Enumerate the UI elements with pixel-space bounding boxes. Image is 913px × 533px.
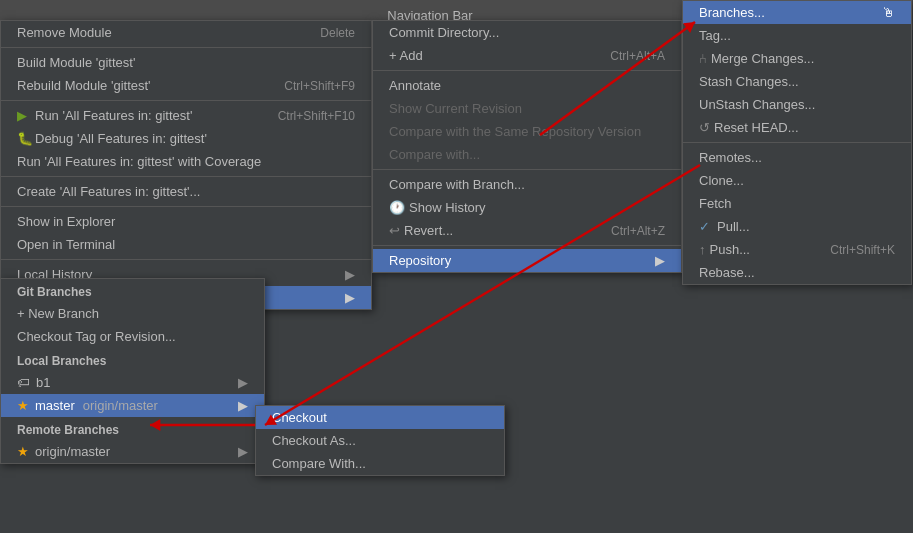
unstash-changes-label: UnStash Changes...: [699, 97, 815, 112]
fetch-label: Fetch: [699, 196, 732, 211]
revert-icon: ↩: [389, 223, 400, 238]
run-coverage-label: Run 'All Features in: gittest' with Cove…: [17, 154, 261, 169]
remove-module-item[interactable]: Remove Module Delete: [1, 21, 371, 44]
clone-item[interactable]: Clone...: [683, 169, 911, 192]
divider-4: [1, 206, 371, 207]
compare-same-item[interactable]: Compare with the Same Repository Version: [373, 120, 681, 143]
stash-changes-item[interactable]: Stash Changes...: [683, 70, 911, 93]
build-module-label: Build Module 'gittest': [17, 55, 135, 70]
run-all-label: Run 'All Features in: gittest': [35, 108, 192, 123]
create-all-item[interactable]: Create 'All Features in: gittest'...: [1, 180, 371, 203]
branch-master-label: master: [35, 398, 75, 413]
add-item[interactable]: + Add Ctrl+Alt+A: [373, 44, 681, 67]
revert-label: Revert...: [404, 223, 453, 238]
show-history-label: Show History: [409, 200, 486, 215]
fetch-item[interactable]: Fetch: [683, 192, 911, 215]
repo-divider-1: [683, 142, 911, 143]
show-history-item[interactable]: 🕐 Show History: [373, 196, 681, 219]
git-divider-3: [373, 245, 681, 246]
push-label: Push...: [710, 242, 750, 257]
checkout-item[interactable]: Checkout: [256, 406, 504, 429]
compare-branch-label: Compare with Branch...: [389, 177, 525, 192]
run-coverage-item[interactable]: Run 'All Features in: gittest' with Cove…: [1, 150, 371, 173]
compare-with-branch-label: Compare With...: [272, 456, 366, 471]
tag-item[interactable]: Tag...: [683, 24, 911, 47]
rebuild-shortcut: Ctrl+Shift+F9: [284, 79, 355, 93]
divider-5: [1, 259, 371, 260]
branches-item[interactable]: Branches... 🖱: [683, 1, 911, 24]
show-current-revision-label: Show Current Revision: [389, 101, 522, 116]
check-icon: ✓: [699, 219, 713, 234]
push-shortcut: Ctrl+Shift+K: [830, 243, 895, 257]
add-label: + Add: [389, 48, 423, 63]
annotate-label: Annotate: [389, 78, 441, 93]
commit-dir-item[interactable]: Commit Directory...: [373, 21, 681, 44]
run-shortcut: Ctrl+Shift+F10: [278, 109, 355, 123]
divider-2: [1, 100, 371, 101]
debug-all-label: Debug 'All Features in: gittest': [35, 131, 207, 146]
local-branches-header: Local Branches: [1, 348, 264, 371]
compare-branch-item[interactable]: Compare with Branch...: [373, 173, 681, 196]
open-in-terminal-item[interactable]: Open in Terminal: [1, 233, 371, 256]
repository-item[interactable]: Repository ▶: [373, 249, 681, 272]
pull-item[interactable]: ✓ Pull...: [683, 215, 911, 238]
star-icon: ★: [17, 398, 29, 413]
new-branch-item[interactable]: + New Branch: [1, 302, 264, 325]
origin-master-branch-label: origin/master: [35, 444, 110, 459]
master-arrow: ▶: [238, 398, 248, 413]
run-all-item[interactable]: ▶ Run 'All Features in: gittest' Ctrl+Sh…: [1, 104, 371, 127]
reset-head-label: Reset HEAD...: [714, 120, 799, 135]
compare-with-label: Compare with...: [389, 147, 480, 162]
commit-dir-label: Commit Directory...: [389, 25, 499, 40]
origin-master-item[interactable]: ★ origin/master ▶: [1, 440, 264, 463]
branch-b1-label: b1: [36, 375, 50, 390]
origin-master-arrow: ▶: [238, 444, 248, 459]
git-divider-1: [373, 70, 681, 71]
project-context-menu: Remove Module Delete Build Module 'gitte…: [0, 20, 372, 310]
repository-submenu: Branches... 🖱 Tag... ⑃ Merge Changes... …: [682, 0, 912, 285]
compare-with-item[interactable]: Compare with...: [373, 143, 681, 166]
rebuild-module-label: Rebuild Module 'gittest': [17, 78, 151, 93]
origin-star-icon: ★: [17, 444, 29, 459]
checkout-tag-item[interactable]: Checkout Tag or Revision...: [1, 325, 264, 348]
remotes-label: Remotes...: [699, 150, 762, 165]
git-submenu: Commit Directory... + Add Ctrl+Alt+A Ann…: [372, 20, 682, 273]
remove-module-label: Remove Module: [17, 25, 112, 40]
create-all-label: Create 'All Features in: gittest'...: [17, 184, 200, 199]
checkout-as-item[interactable]: Checkout As...: [256, 429, 504, 452]
stash-changes-label: Stash Changes...: [699, 74, 799, 89]
debug-all-item[interactable]: 🐛 Debug 'All Features in: gittest': [1, 127, 371, 150]
merge-changes-label: Merge Changes...: [711, 51, 814, 66]
branches-panel: Git Branches + New Branch Checkout Tag o…: [0, 278, 265, 464]
rebase-item[interactable]: Rebase...: [683, 261, 911, 284]
tag-label: Tag...: [699, 28, 731, 43]
remotes-item[interactable]: Remotes...: [683, 146, 911, 169]
show-in-explorer-item[interactable]: Show in Explorer: [1, 210, 371, 233]
merge-changes-item[interactable]: ⑃ Merge Changes...: [683, 47, 911, 70]
checkout-submenu: Checkout Checkout As... Compare With...: [255, 405, 505, 476]
unstash-changes-item[interactable]: UnStash Changes...: [683, 93, 911, 116]
reset-head-item[interactable]: ↺ Reset HEAD...: [683, 116, 911, 139]
rebase-label: Rebase...: [699, 265, 755, 280]
branch-b1-item[interactable]: 🏷 b1 ▶: [1, 371, 264, 394]
build-module-item[interactable]: Build Module 'gittest': [1, 51, 371, 74]
debug-icon: 🐛: [17, 131, 31, 146]
git-divider-2: [373, 169, 681, 170]
add-shortcut: Ctrl+Alt+A: [610, 49, 665, 63]
compare-with-branch-item[interactable]: Compare With...: [256, 452, 504, 475]
push-item[interactable]: ↑ Push... Ctrl+Shift+K: [683, 238, 911, 261]
git-arrow: ▶: [345, 290, 355, 305]
merge-icon: ⑃: [699, 51, 707, 66]
divider-3: [1, 176, 371, 177]
divider-1: [1, 47, 371, 48]
rebuild-module-item[interactable]: Rebuild Module 'gittest' Ctrl+Shift+F9: [1, 74, 371, 97]
push-icon: ↑: [699, 242, 706, 257]
git-branches-header: Git Branches: [1, 279, 264, 302]
remove-module-shortcut: Delete: [320, 26, 355, 40]
branch-master-item[interactable]: ★ master origin/master ▶: [1, 394, 264, 417]
show-current-revision-item[interactable]: Show Current Revision: [373, 97, 681, 120]
revert-item[interactable]: ↩ Revert... Ctrl+Alt+Z: [373, 219, 681, 242]
annotate-item[interactable]: Annotate: [373, 74, 681, 97]
repository-arrow: ▶: [655, 253, 665, 268]
checkout-tag-label: Checkout Tag or Revision...: [17, 329, 176, 344]
